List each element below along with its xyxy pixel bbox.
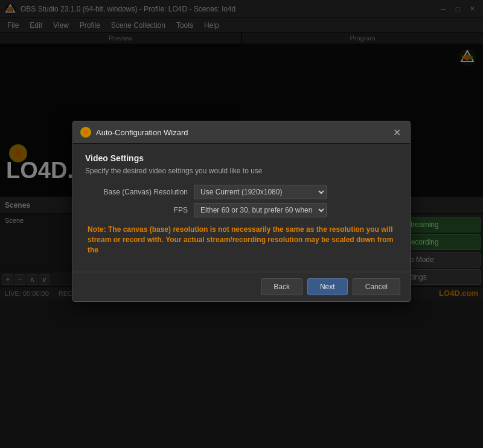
dialog-app-icon	[80, 127, 91, 138]
dialog-note: Note: The canvas (base) resolution is no…	[85, 225, 398, 255]
dialog-fps-value: Either 60 or 30, but prefer 60 when poss…	[194, 203, 398, 217]
dialog-overlay: Auto-Configuration Wizard ✕ Video Settin…	[0, 0, 483, 448]
dialog-fps-select[interactable]: Either 60 or 30, but prefer 60 when poss…	[194, 203, 327, 217]
dialog-title: Auto-Configuration Wizard	[96, 128, 386, 137]
dialog-field-fps: FPS Either 60 or 30, but prefer 60 when …	[85, 203, 398, 217]
dialog-titlebar: Auto-Configuration Wizard ✕	[73, 121, 410, 144]
dialog-body: Video Settings Specify the desired video…	[73, 144, 410, 272]
dialog-close-button[interactable]: ✕	[391, 126, 403, 138]
next-button[interactable]: Next	[307, 278, 348, 295]
dialog-resolution-value: Use Current (1920x1080) 1920x1080 1280x7…	[194, 185, 398, 199]
dialog-resolution-select[interactable]: Use Current (1920x1080) 1920x1080 1280x7…	[194, 185, 327, 199]
dialog-footer: Back Next Cancel	[73, 272, 410, 301]
dialog-field-resolution: Base (Canvas) Resolution Use Current (19…	[85, 185, 398, 199]
dialog-fps-label: FPS	[85, 206, 194, 214]
config-wizard-dialog: Auto-Configuration Wizard ✕ Video Settin…	[72, 121, 411, 302]
cancel-button[interactable]: Cancel	[353, 278, 400, 295]
dialog-resolution-label: Base (Canvas) Resolution	[85, 188, 194, 196]
dialog-section-title: Video Settings	[85, 153, 398, 163]
dialog-section-desc: Specify the desired video settings you w…	[85, 167, 398, 175]
back-button[interactable]: Back	[261, 278, 302, 295]
